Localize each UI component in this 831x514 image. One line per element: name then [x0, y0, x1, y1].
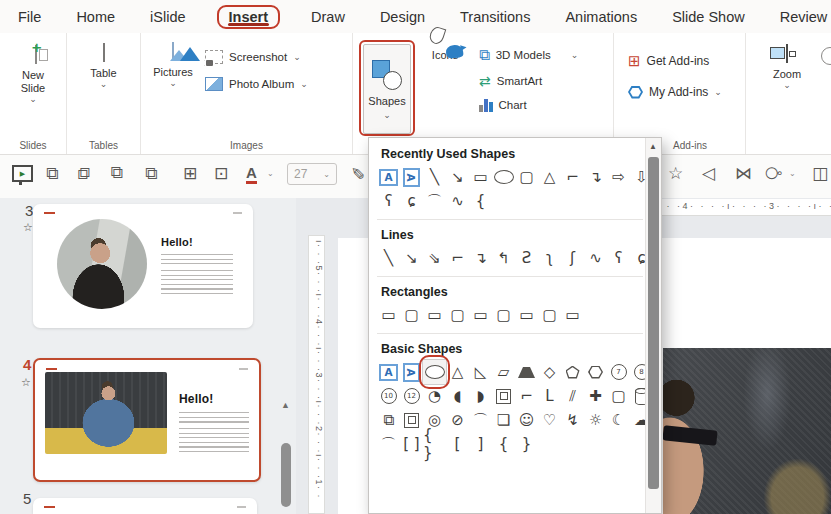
shape-snip-diagonal-corner-rectangle[interactable]: ▭: [469, 303, 492, 327]
panel-scrollbar-thumb[interactable]: [281, 443, 291, 507]
shape-elbow-double-arrow-connector[interactable]: ↰: [492, 246, 515, 270]
shape-block-arc[interactable]: ⌒: [469, 408, 492, 432]
font-color-button[interactable]: A: [246, 164, 257, 184]
panel-scroll-up-icon[interactable]: ▲: [281, 400, 290, 410]
shape-parallelogram[interactable]: ▱: [492, 360, 515, 384]
dropdown-scrollbar-thumb[interactable]: [648, 157, 659, 489]
shape-right-triangle[interactable]: ◺: [469, 360, 492, 384]
shape-elbow-connector[interactable]: ⌐: [446, 246, 469, 270]
shape-chord[interactable]: ◖: [446, 384, 469, 408]
scroll-up-icon[interactable]: ▲: [649, 142, 657, 151]
shape-hexagon[interactable]: [584, 360, 607, 384]
shape-cross[interactable]: ✚: [584, 384, 607, 408]
shape-regular-pentagon[interactable]: [561, 360, 584, 384]
shape-line[interactable]: ╲: [423, 165, 446, 189]
slide-thumbnail-5[interactable]: [33, 498, 257, 514]
rotate-left-icon[interactable]: ◁: [702, 163, 715, 183]
shape-isosceles-triangle[interactable]: △: [538, 165, 561, 189]
shape-snip-same-side-corner-rectangle[interactable]: ▢: [446, 303, 469, 327]
screenshot-button[interactable]: Screenshot ⌄: [205, 50, 308, 64]
photo-album-button[interactable]: Photo Album ⌄: [205, 77, 308, 91]
star-shape-icon[interactable]: ☆: [668, 163, 683, 183]
send-backward-icon[interactable]: ⧉: [78, 163, 90, 183]
shape-right-arrow[interactable]: ⇨: [607, 165, 630, 189]
shape-vertical-text-box[interactable]: A: [400, 165, 423, 189]
shape-round-single-corner-rectangle[interactable]: ▭: [515, 303, 538, 327]
fill-bucket-icon[interactable]: ✐: [349, 166, 369, 180]
get-addins-button[interactable]: ⊞ Get Add-ins: [628, 52, 745, 70]
shape-rounded-rectangle[interactable]: ▢: [400, 303, 423, 327]
tab-insert[interactable]: Insert: [217, 5, 281, 29]
shape-left-brace[interactable]: {: [469, 189, 492, 213]
shape-sun[interactable]: ☼: [584, 408, 607, 432]
slide-thumbnail-3[interactable]: Hello!: [33, 204, 253, 328]
icons-button[interactable]: Icons: [419, 40, 471, 136]
shape-decagon[interactable]: 10: [377, 384, 400, 408]
ungroup-objects-icon[interactable]: ⊡: [214, 163, 228, 183]
shape-no-symbol[interactable]: ⊘: [446, 408, 469, 432]
shape-snip-and-round-single-corner-rectangle[interactable]: ▢: [492, 303, 515, 327]
tab-home[interactable]: Home: [72, 6, 119, 28]
shape-rectangle[interactable]: ▭: [377, 303, 400, 327]
shape-rectangle[interactable]: ▭: [469, 165, 492, 189]
shape-vertical-text-box[interactable]: A: [400, 360, 423, 384]
chevron-down-icon[interactable]: ⌄: [267, 169, 274, 178]
shape-oval[interactable]: [492, 165, 515, 189]
group-objects-icon[interactable]: ⊞: [183, 163, 197, 183]
distribute-icon[interactable]: ⧉: [145, 163, 157, 183]
shape-folded-corner[interactable]: ❏: [492, 408, 515, 432]
shape-pie[interactable]: ◔: [423, 384, 446, 408]
slide-thumbnail-4-selected[interactable]: Hello!: [33, 358, 261, 482]
pictures-button[interactable]: Pictures ⌄: [141, 40, 205, 91]
chevron-down-icon[interactable]: ⌄: [789, 169, 796, 178]
shape-freeform[interactable]: ʕ: [377, 189, 400, 213]
tab-draw[interactable]: Draw: [307, 6, 349, 28]
shape-curve[interactable]: ∿: [584, 246, 607, 270]
merge-shapes-icon[interactable]: ⧂: [765, 163, 782, 183]
chart-button[interactable]: Chart: [479, 98, 578, 112]
bring-forward-icon[interactable]: ⧉: [46, 163, 58, 183]
new-slide-button[interactable]: ＋ New Slide ⌄: [0, 40, 66, 103]
tab-islide[interactable]: iSlide: [146, 6, 189, 28]
shapes-button[interactable]: Shapes ⌄: [363, 44, 411, 134]
shape-right-bracket[interactable]: ]: [469, 432, 492, 456]
shape-curve[interactable]: ⌒: [423, 189, 446, 213]
flip-shapes-icon[interactable]: ⋈: [735, 163, 752, 183]
shape-frame[interactable]: [492, 384, 515, 408]
shape-curved-arrow-connector[interactable]: ʅ: [538, 246, 561, 270]
shape-snip-single-corner-rectangle[interactable]: ▭: [423, 303, 446, 327]
shape-bevel[interactable]: [400, 408, 423, 432]
shape-arc[interactable]: ⌒: [377, 432, 400, 456]
shape-freeform[interactable]: ʕ: [607, 246, 630, 270]
shape-line-arrow[interactable]: ↘: [400, 246, 423, 270]
shape-curved-double-arrow-connector[interactable]: ʃ: [561, 246, 584, 270]
zoom-button[interactable]: Zoom ⌄: [752, 40, 822, 89]
shape-half-frame[interactable]: ⌐: [515, 384, 538, 408]
tab-slide-show[interactable]: Slide Show: [668, 6, 749, 28]
shape-cube[interactable]: ⧉: [377, 408, 400, 432]
smartart-button[interactable]: ⇄ SmartArt: [479, 73, 578, 89]
shape-trapezoid[interactable]: [515, 360, 538, 384]
shape-text-box[interactable]: A: [377, 165, 400, 189]
shape-smiley-face[interactable]: ☺: [515, 408, 538, 432]
shape-heart[interactable]: ♡: [538, 408, 561, 432]
shape-elbow-connector[interactable]: ⌐: [561, 165, 584, 189]
tab-transitions[interactable]: Transitions: [456, 6, 534, 28]
tab-animations[interactable]: Animations: [561, 6, 641, 28]
shape-dodecagon[interactable]: 12: [400, 384, 423, 408]
3d-models-button[interactable]: ⧉ 3D Models ⌄: [479, 46, 578, 64]
shape-l-shape[interactable]: L: [538, 384, 561, 408]
tab-design[interactable]: Design: [376, 6, 429, 28]
shape-line[interactable]: ╲: [377, 246, 400, 270]
shape-diamond[interactable]: ◇: [538, 360, 561, 384]
shape-oval[interactable]: [423, 360, 446, 384]
shape-curve-wave[interactable]: ∿: [446, 189, 469, 213]
shape-plaque[interactable]: ▢: [607, 384, 630, 408]
shape-elbow-arrow-connector[interactable]: ↴: [469, 246, 492, 270]
shape-round-diagonal-corner-rectangle[interactable]: ▭: [561, 303, 584, 327]
shape-diagonal-stripe[interactable]: ⫽: [561, 384, 584, 408]
shape-left-brace[interactable]: {: [492, 432, 515, 456]
start-slideshow-icon[interactable]: ▶: [12, 165, 33, 182]
shape-left-bracket[interactable]: [: [446, 432, 469, 456]
font-size-select[interactable]: 27 ⌄: [287, 163, 337, 185]
